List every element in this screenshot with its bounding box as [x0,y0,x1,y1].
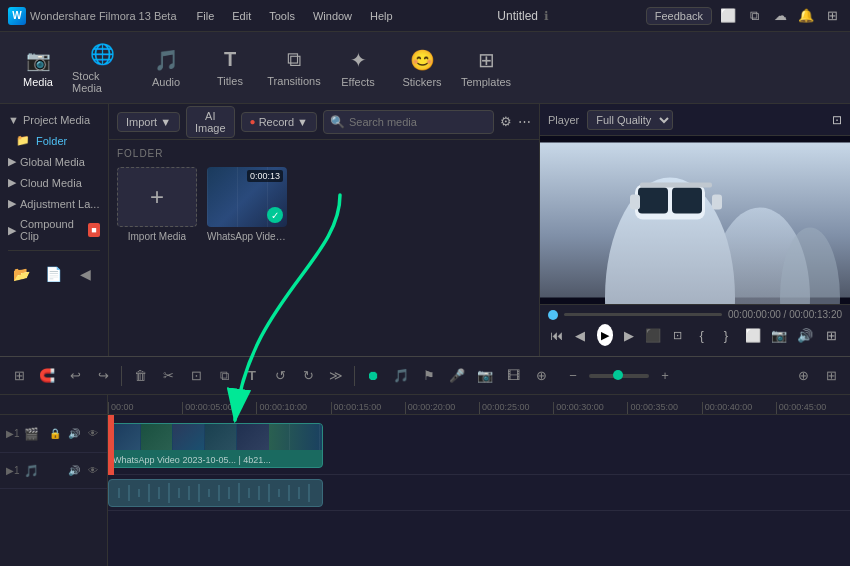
tool-stock-media[interactable]: 🌐 Stock Media [72,39,132,97]
marker-icon[interactable]: ⚑ [416,363,442,389]
menu-edit[interactable]: Edit [224,8,259,24]
timeline-content: ▶1 🎬 🔒 🔊 👁 ▶1 🎵 🔊 👁 00:00 [0,395,850,566]
tool-effects[interactable]: ✦ Effects [328,39,388,97]
expand-button[interactable]: ⊞ [820,324,842,346]
menu-window[interactable]: Window [305,8,360,24]
list-item[interactable]: 0:00:13 ✓ WhatsApp Video 2023-10-05... [207,167,287,242]
undo-icon[interactable]: ↩ [62,363,88,389]
filter-icon[interactable]: ⚙ [500,114,512,129]
timeline-ruler-area: 00:00 00:00:05:00 00:00:10:00 00:00:15:0… [108,395,850,566]
sidebar-adjustment-header[interactable]: ▶ Adjustment La... [0,193,108,214]
audio-track-volume-icon[interactable]: 🔊 [66,463,82,479]
add-media-timeline-icon[interactable]: ⊕ [790,363,816,389]
tool-audio[interactable]: 🎵 Audio [136,39,196,97]
display-icon[interactable]: ⧉ [744,6,764,26]
video-track-volume-icon[interactable]: 🔊 [66,426,82,442]
zoom-in-icon[interactable]: + [652,363,678,389]
search-box[interactable]: 🔍 [323,110,494,134]
new-folder-icon[interactable]: 📂 [8,261,34,287]
crop-timeline-icon[interactable]: ⊡ [183,363,209,389]
quality-select[interactable]: Full Quality 1/2 Quality 1/4 Quality [587,110,673,130]
frame-forward-button[interactable]: ▶ [621,324,637,346]
tool-templates-label: Templates [461,76,511,88]
audio-clip[interactable] [108,479,323,507]
volume-button[interactable]: 🔊 [794,324,816,346]
sidebar-compound-label: Compound Clip [20,218,84,242]
zoom-out-icon[interactable]: − [560,363,586,389]
bell-icon[interactable]: 🔔 [796,6,816,26]
film-icon[interactable]: 🎞 [500,363,526,389]
merge-icon[interactable]: ⊕ [528,363,554,389]
tool-stickers[interactable]: 😊 Stickers [392,39,452,97]
split-icon[interactable]: ⧉ [211,363,237,389]
player-label: Player [548,114,579,126]
mic-icon[interactable]: 🎤 [444,363,470,389]
frame-back-button[interactable]: ◀ [572,324,588,346]
import-button[interactable]: Import ▼ [117,112,180,132]
svg-rect-6 [672,188,702,214]
snapshot-button[interactable]: 📷 [768,324,790,346]
redo-icon[interactable]: ↪ [90,363,116,389]
sidebar-cloud-media-header[interactable]: ▶ Cloud Media [0,172,108,193]
sidebar-project-media-header[interactable]: ▼ Project Media [0,110,108,130]
tool-stock-label: Stock Media [72,70,132,94]
fullscreen-button[interactable]: ⬜ [742,324,764,346]
add-track-icon[interactable]: ⊞ [6,363,32,389]
skip-back-button[interactable]: ⏮ [548,324,564,346]
loop-icon[interactable]: ↺ [267,363,293,389]
magnet-icon[interactable]: 🧲 [34,363,60,389]
sidebar-compound-header[interactable]: ▶ Compound Clip ■ [0,214,108,246]
tool-transitions[interactable]: ⧉ Transitions [264,39,324,97]
ai-image-button[interactable]: AI Image [186,106,235,138]
out-point-button[interactable]: } [718,324,734,346]
play-button[interactable]: ▶ [597,324,613,346]
monitor-icon[interactable]: ⬜ [718,6,738,26]
skip-forward-button[interactable]: ⬛ [645,324,661,346]
new-item-icon[interactable]: 📄 [40,261,66,287]
titlebar-right: Feedback ⬜ ⧉ ☁ 🔔 ⊞ [646,6,842,26]
audio-timeline-icon[interactable]: 🎵 [388,363,414,389]
track-num-video: ▶1 [6,428,20,439]
video-track-eye-icon[interactable]: 👁 [85,426,101,442]
record-button[interactable]: ● Record ▼ [241,112,317,132]
cloud-upload-icon[interactable]: ☁ [770,6,790,26]
camera-icon[interactable]: 📷 [472,363,498,389]
crop-button[interactable]: ⊡ [669,324,685,346]
sidebar-item-folder[interactable]: 📁 Folder [0,130,108,151]
grid-icon[interactable]: ⊞ [822,6,842,26]
sidebar-global-media-header[interactable]: ▶ Global Media [0,151,108,172]
delete-icon[interactable]: 🗑 [127,363,153,389]
menu-tools[interactable]: Tools [261,8,303,24]
search-input[interactable] [349,116,487,128]
timeline-tracks: WhatsApp Video 2023-10-05... | 4b21... [108,415,850,566]
collapse-sidebar-icon[interactable]: ◀ [72,261,98,287]
menu-help[interactable]: Help [362,8,401,24]
media-content: FOLDER + Import Media 0:00:13 ✓ [109,140,539,356]
zoom-control: − + [560,363,678,389]
zoom-track[interactable] [589,374,649,378]
list-item[interactable]: + Import Media [117,167,197,242]
more-options-icon[interactable]: ⋯ [518,114,531,129]
menu-file[interactable]: File [189,8,223,24]
tool-templates[interactable]: ⊞ Templates [456,39,516,97]
feedback-button[interactable]: Feedback [646,7,712,25]
video-clip[interactable]: WhatsApp Video 2023-10-05... | 4b21... [108,423,323,468]
loop2-icon[interactable]: ↻ [295,363,321,389]
record-timeline-icon[interactable]: ⏺ [360,363,386,389]
player-toolbar: Player Full Quality 1/2 Quality 1/4 Qual… [540,104,850,136]
tool-titles[interactable]: T Titles [200,39,260,97]
expand-timeline-icon[interactable]: ≫ [323,363,349,389]
progress-bar[interactable] [564,313,722,316]
text-icon[interactable]: T [239,363,265,389]
playhead-indicator[interactable] [548,310,558,320]
tool-media[interactable]: 📷 Media [8,39,68,97]
cut-icon[interactable]: ✂ [155,363,181,389]
record-dot-icon: ● [250,116,256,127]
player-maximize-icon[interactable]: ⊡ [832,113,842,127]
in-point-button[interactable]: { [694,324,710,346]
timeline-settings-icon[interactable]: ⊞ [818,363,844,389]
video-track-lock-icon[interactable]: 🔒 [47,426,63,442]
ruler-mark: 00:00:05:00 [182,402,256,414]
audio-track-eye-icon[interactable]: 👁 [85,463,101,479]
compound-badge: ■ [88,223,100,237]
